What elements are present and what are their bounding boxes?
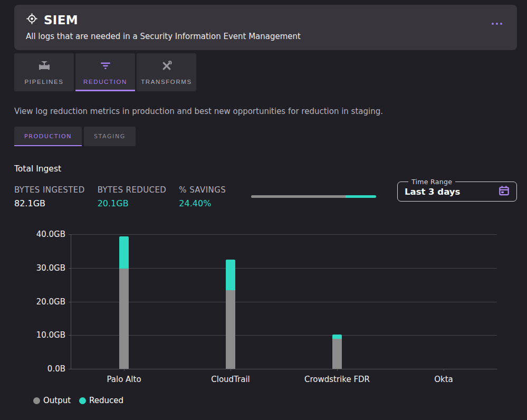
siem-header-card: SIEM All logs that are needed in a Secur… [14, 5, 517, 50]
view-tabs: PIPELINES REDUCTION TRANSFORMS [14, 53, 517, 91]
gridline [71, 234, 497, 235]
progress-output-segment [251, 195, 346, 198]
x-tick-label: CloudTrail [178, 375, 283, 384]
tab-pipelines[interactable]: PIPELINES [14, 53, 74, 91]
reduction-description: View log reduction metrics in production… [14, 107, 517, 116]
y-axis-line [71, 234, 71, 369]
savings-progress-bar [251, 195, 376, 198]
metric-label: BYTES REDUCED [98, 185, 167, 195]
progress-reduced-segment [346, 195, 376, 198]
tools-icon [160, 60, 174, 74]
bar-reduced-2[interactable] [332, 335, 342, 339]
tab-label: TRANSFORMS [141, 79, 192, 85]
y-tick-label: 0.0B [14, 364, 65, 374]
time-range-value: Last 3 days [405, 187, 460, 197]
metric-bytes-ingested: BYTES INGESTED 82.1GB [14, 185, 85, 208]
valve-icon [37, 60, 51, 74]
time-range-select[interactable]: Time Range Last 3 days [397, 178, 517, 202]
x-tickmark [337, 369, 338, 371]
y-tick-label: 10.0GB [14, 330, 65, 340]
chart-legend: OutputReduced [33, 396, 123, 405]
ingest-chart: OutputReduced 40.0GB30.0GB20.0GB10.0GB0.… [14, 228, 517, 405]
metric-label: % SAVINGS [179, 185, 226, 195]
time-range-label: Time Range [408, 178, 455, 186]
gridline [71, 268, 497, 269]
x-tick-label: Palo Alto [71, 375, 177, 384]
y-tick-label: 40.0GB [14, 230, 65, 239]
tab-label: PIPELINES [25, 79, 64, 85]
tab-transforms[interactable]: TRANSFORMS [137, 53, 196, 91]
page-subtitle: All logs that are needed in a Security I… [26, 32, 505, 41]
x-axis-line [71, 369, 497, 369]
metric-value: 24.40% [179, 198, 226, 208]
legend-item-output[interactable]: Output [33, 396, 71, 405]
metric-percent-savings: % SAVINGS 24.40% [179, 185, 226, 208]
bar-reduced-1[interactable] [226, 260, 235, 291]
x-tickmark [444, 369, 444, 371]
bar-output-2[interactable] [332, 339, 342, 369]
calendar-icon [498, 185, 510, 199]
bar-reduced-0[interactable] [119, 236, 129, 269]
metrics-row: BYTES INGESTED 82.1GB BYTES REDUCED 20.1… [14, 185, 517, 208]
environment-toggle: PRODUCTION STAGING [14, 127, 517, 146]
legend-dot-icon [79, 397, 86, 404]
bar-output-1[interactable] [226, 290, 235, 369]
legend-item-reduced[interactable]: Reduced [79, 396, 123, 405]
more-options-button[interactable] [490, 21, 504, 27]
legend-dot-icon [33, 397, 40, 404]
tab-label: REDUCTION [83, 79, 127, 85]
y-tick-label: 20.0GB [14, 297, 65, 307]
siem-page: SIEM All logs that are needed in a Secur… [14, 5, 517, 405]
y-tick-label: 30.0GB [14, 263, 65, 273]
gridline [71, 335, 497, 336]
legend-label: Output [43, 396, 71, 405]
gridline [71, 302, 497, 302]
x-tickmark [231, 369, 231, 371]
x-tickmark [124, 369, 124, 371]
metric-bytes-reduced: BYTES REDUCED 20.1GB [98, 185, 167, 208]
metric-value: 82.1GB [14, 198, 85, 208]
production-tab[interactable]: PRODUCTION [14, 127, 82, 146]
x-tick-label: Okta [391, 375, 496, 384]
x-tick-label: Crowdstrike FDR [284, 375, 390, 384]
staging-tab[interactable]: STAGING [84, 127, 136, 146]
target-icon [26, 13, 38, 27]
metric-value: 20.1GB [98, 198, 167, 208]
bar-output-0[interactable] [119, 269, 129, 369]
filter-icon [99, 60, 112, 74]
metric-label: BYTES INGESTED [14, 185, 85, 195]
tab-reduction[interactable]: REDUCTION [75, 53, 135, 91]
legend-label: Reduced [89, 396, 123, 405]
page-title: SIEM [44, 13, 78, 27]
total-ingest-title: Total Ingest [14, 164, 517, 174]
ellipsis-icon [492, 23, 494, 25]
